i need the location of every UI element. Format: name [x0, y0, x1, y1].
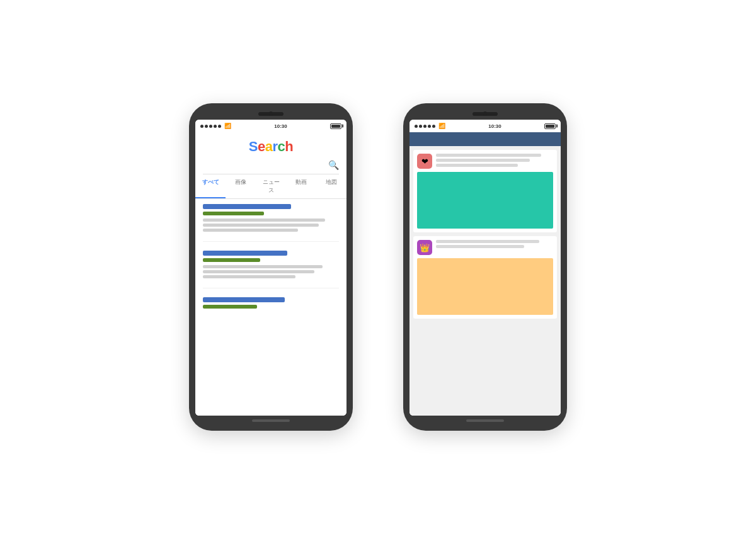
result-desc-1-2 — [203, 224, 319, 227]
news-image-2 — [417, 258, 553, 315]
tab-images[interactable]: 画像 — [226, 174, 256, 198]
rdot4 — [428, 125, 431, 128]
search-screen: Search 🔍 すべて 画像 ニュース 動画 地図 — [195, 132, 346, 416]
result-url-1 — [203, 212, 264, 215]
search-tabs: すべて 画像 ニュース 動画 地図 — [195, 174, 346, 199]
battery-right — [544, 123, 556, 129]
battery-fill-left — [331, 125, 340, 128]
news-card-1[interactable]: ❤ — [413, 150, 557, 232]
result-url-3 — [203, 305, 257, 309]
dot2 — [205, 125, 208, 128]
result-desc-2-3 — [203, 275, 295, 278]
news-line-1-2 — [436, 159, 530, 162]
logo-a: a — [265, 139, 273, 154]
result-desc-2-1 — [203, 265, 323, 268]
result-title-1 — [203, 204, 291, 209]
tab-video[interactable]: 動画 — [286, 174, 316, 198]
dot1 — [200, 125, 203, 128]
result-desc-1-1 — [203, 219, 325, 222]
rdot1 — [415, 125, 418, 128]
signal-dots-left: 📶 — [200, 123, 231, 129]
app-icon-1: ❤ — [417, 154, 432, 169]
camera-right — [483, 111, 487, 115]
logo-e: e — [258, 139, 265, 154]
battery-left — [330, 123, 341, 129]
search-icon[interactable]: 🔍 — [328, 160, 339, 170]
status-bar-left: 📶 10:30 — [195, 120, 346, 132]
news-card-2[interactable]: 👑 — [413, 236, 557, 319]
result-title-3 — [203, 297, 285, 302]
phone-top-left — [195, 112, 346, 116]
news-card-1-header: ❤ — [417, 154, 553, 169]
dot5 — [218, 125, 221, 128]
wifi-icon-left: 📶 — [224, 123, 231, 129]
logo-s: S — [249, 139, 258, 154]
news-screen: ❤ 👑 — [410, 132, 561, 416]
dot3 — [209, 125, 212, 128]
phone-bottom-left — [195, 419, 346, 422]
rdot2 — [419, 125, 422, 128]
news-image-1 — [417, 172, 553, 229]
logo-h: h — [285, 139, 293, 154]
result-item-1[interactable] — [203, 204, 339, 242]
result-item-2[interactable] — [203, 251, 339, 288]
phone-top-right — [410, 112, 561, 116]
right-phone: 📶 10:30 ❤ — [403, 103, 567, 431]
left-phone-screen: 📶 10:30 Search 🔍 すべて 画像 ニュース 動画 — [195, 120, 346, 416]
search-bar[interactable]: 🔍 — [203, 160, 339, 174]
phone-bottom-right — [410, 419, 561, 422]
result-url-2 — [203, 258, 260, 262]
search-results — [195, 199, 346, 416]
dot4 — [214, 125, 217, 128]
news-header-bar — [410, 132, 561, 146]
news-line-1-1 — [436, 154, 541, 157]
result-desc-1-3 — [203, 229, 298, 232]
news-content: ❤ 👑 — [410, 146, 561, 416]
time-left: 10:30 — [274, 123, 287, 129]
logo-r: r — [272, 139, 277, 154]
news-line-2-2 — [436, 245, 524, 248]
tab-all[interactable]: すべて — [195, 174, 226, 198]
news-card-2-header: 👑 — [417, 240, 553, 255]
news-line-1-3 — [436, 164, 518, 167]
logo-c: c — [278, 139, 285, 154]
left-phone: 📶 10:30 Search 🔍 すべて 画像 ニュース 動画 — [189, 103, 353, 431]
camera-left — [269, 111, 273, 115]
result-desc-2-2 — [203, 270, 314, 273]
news-text-lines-1 — [436, 154, 553, 167]
home-indicator-right[interactable] — [466, 419, 504, 422]
result-item-3[interactable] — [203, 297, 339, 319]
home-indicator-left[interactable] — [252, 419, 290, 422]
battery-fill-right — [546, 125, 554, 128]
news-text-lines-2 — [436, 240, 553, 248]
tab-map[interactable]: 地図 — [316, 174, 346, 198]
status-bar-right: 📶 10:30 — [410, 120, 561, 132]
rdot3 — [423, 125, 427, 128]
search-logo: Search — [203, 139, 339, 155]
signal-dots-right: 📶 — [415, 123, 445, 129]
search-header: Search 🔍 — [195, 132, 346, 174]
right-phone-screen: 📶 10:30 ❤ — [410, 120, 561, 416]
result-title-2 — [203, 251, 287, 256]
wifi-icon-right: 📶 — [438, 123, 445, 129]
time-right: 10:30 — [488, 123, 501, 129]
rdot5 — [432, 125, 435, 128]
tab-news[interactable]: ニュース — [256, 174, 286, 198]
news-line-2-1 — [436, 240, 539, 243]
app-icon-2: 👑 — [417, 240, 432, 255]
